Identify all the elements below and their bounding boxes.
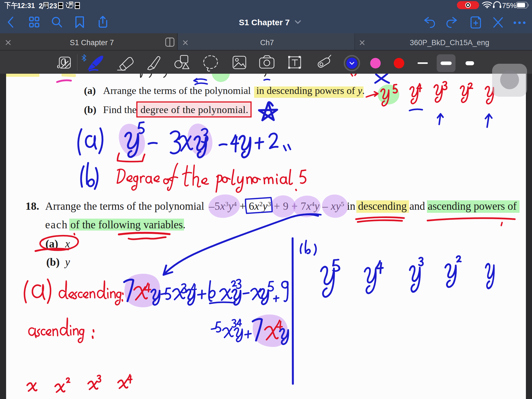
svg-text:S1 Chapter 7: S1 Chapter 7: [239, 18, 290, 27]
svg-text:S1 Chapter 7: S1 Chapter 7: [70, 39, 114, 47]
svg-text:23: 23: [49, 2, 57, 10]
svg-text:Ch7: Ch7: [260, 39, 274, 47]
svg-text:12:31: 12:31: [17, 2, 35, 9]
svg-text:75%: 75%: [502, 1, 516, 10]
svg-text:360P_BkD_Ch15A_eng: 360P_BkD_Ch15A_eng: [410, 39, 489, 47]
svg-text:2: 2: [39, 2, 43, 10]
